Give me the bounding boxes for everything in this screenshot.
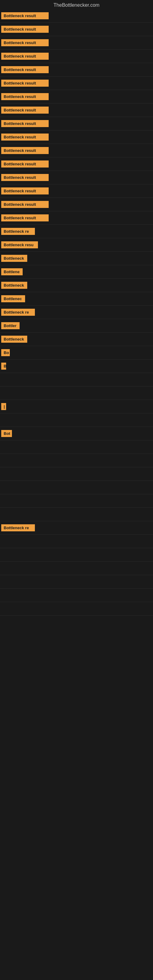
list-item: Bottleneck [0, 252, 153, 265]
list-item: Bottleneck result [0, 158, 153, 171]
list-item: Bottleneck result [0, 103, 153, 117]
list-item [0, 481, 153, 494]
list-item: Bottlenec [0, 292, 153, 305]
list-item: Bottleneck result [0, 9, 153, 23]
bottleneck-result-badge[interactable]: Bottleneck result [1, 134, 49, 140]
list-item: B [0, 360, 153, 373]
list-item [0, 414, 153, 427]
bottleneck-result-badge[interactable]: Bottleneck result [1, 26, 49, 33]
list-item: Bottleneck re [0, 225, 153, 238]
bottleneck-result-badge[interactable]: Bottleneck result [1, 107, 49, 114]
list-item: Bottleneck result [0, 117, 153, 130]
bottleneck-result-badge[interactable]: Bottleneck [1, 336, 27, 343]
list-item [0, 454, 153, 467]
bottleneck-result-badge[interactable]: Bottleneck result [1, 161, 49, 167]
list-item [0, 387, 153, 400]
list-item: Bottler [0, 319, 153, 332]
bottleneck-result-badge[interactable]: Bottleneck result [1, 39, 49, 46]
list-item: Bottleneck result [0, 36, 153, 49]
bottleneck-result-badge[interactable]: Bottlene [1, 268, 22, 275]
list-item [0, 562, 153, 575]
list-item [0, 602, 153, 616]
list-item [0, 548, 153, 562]
bottleneck-result-badge[interactable]: Bottleneck result [1, 215, 49, 221]
list-item: Bottlene [0, 265, 153, 279]
bottleneck-result-badge[interactable]: Bot [1, 430, 12, 437]
bottleneck-result-badge[interactable]: Bottleneck result [1, 12, 49, 19]
list-item: Bottleneck result [0, 185, 153, 198]
bottleneck-result-badge[interactable]: Bo [1, 349, 10, 356]
list-item [0, 494, 153, 508]
bottleneck-result-badge[interactable]: Bottleneck re [1, 524, 35, 531]
list-item [0, 373, 153, 387]
bottleneck-result-badge[interactable]: Bottleneck re [1, 228, 35, 235]
bottleneck-result-badge[interactable]: Bottleneck resu [1, 241, 38, 248]
bottleneck-result-badge[interactable]: Bottleneck result [1, 188, 49, 194]
bottleneck-result-badge[interactable]: Bottleneck re [1, 309, 35, 316]
bottleneck-result-badge[interactable]: Bottleneck result [1, 201, 49, 208]
bottleneck-result-badge[interactable]: Bottler [1, 322, 19, 329]
bottleneck-result-badge[interactable]: Bottleneck result [1, 147, 49, 154]
bottleneck-result-badge[interactable]: Bottleneck [1, 282, 27, 289]
bottleneck-result-badge[interactable]: Bottlenec [1, 295, 25, 302]
list-item: Bottleneck result [0, 198, 153, 211]
site-title: TheBottlenecker.com [0, 0, 153, 9]
bottleneck-result-badge[interactable]: B [1, 363, 6, 370]
list-item: Bottleneck result [0, 171, 153, 185]
bottleneck-result-badge[interactable]: Bottleneck [1, 255, 27, 262]
list-item [0, 589, 153, 602]
list-item [0, 575, 153, 589]
list-item [0, 441, 153, 454]
list-item: Bottleneck result [0, 144, 153, 158]
list-item: Bottleneck result [0, 211, 153, 225]
list-item: Bo [0, 346, 153, 360]
bottleneck-result-badge[interactable]: Bottleneck result [1, 66, 49, 73]
list-item: Bot [0, 427, 153, 441]
bottleneck-result-badge[interactable]: | [1, 403, 6, 410]
list-item: Bottleneck [0, 279, 153, 292]
list-item: Bottleneck re [0, 521, 153, 535]
list-item: Bottleneck result [0, 23, 153, 36]
list-item: Bottleneck re [0, 305, 153, 319]
bottleneck-result-badge[interactable]: Bottleneck result [1, 80, 49, 87]
list-item: Bottleneck resu [0, 238, 153, 252]
list-item: Bottleneck [0, 332, 153, 346]
bottleneck-result-badge[interactable]: Bottleneck result [1, 120, 49, 127]
bottleneck-result-badge[interactable]: Bottleneck result [1, 174, 49, 181]
list-item: Bottleneck result [0, 63, 153, 76]
list-item: Bottleneck result [0, 49, 153, 63]
list-item: Bottleneck result [0, 76, 153, 90]
list-item [0, 467, 153, 481]
list-item [0, 508, 153, 521]
bottleneck-result-badge[interactable]: Bottleneck result [1, 93, 49, 100]
bottleneck-result-badge[interactable]: Bottleneck result [1, 52, 49, 60]
list-item: Bottleneck result [0, 90, 153, 103]
list-item [0, 535, 153, 548]
list-item: Bottleneck result [0, 130, 153, 144]
list-item: | [0, 400, 153, 414]
